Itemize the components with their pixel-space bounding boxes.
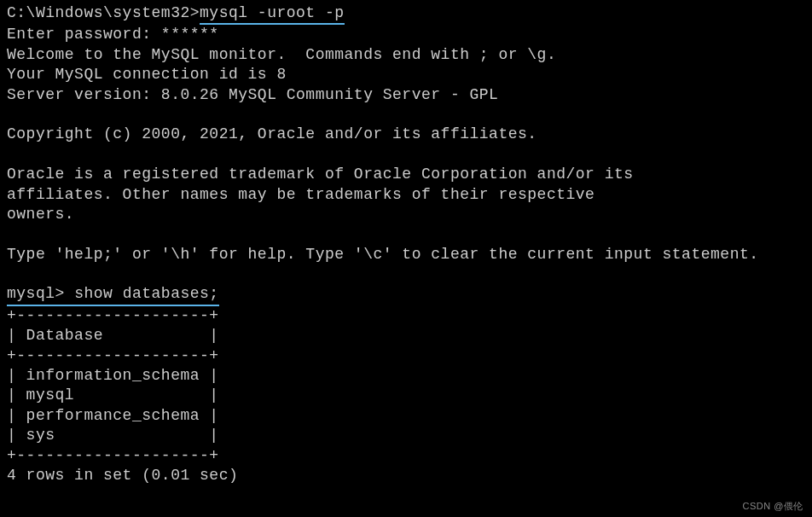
table-border-bottom: +--------------------+ [7, 446, 805, 466]
result-summary: 4 rows in set (0.01 sec) [7, 466, 805, 485]
trademark-line-1: Oracle is a registered trademark of Orac… [7, 165, 805, 184]
copyright-line: Copyright (c) 2000, 2021, Oracle and/or … [7, 125, 805, 144]
welcome-text-1: Welcome to the MySQL monitor. Commands e… [7, 45, 805, 65]
mysql-prompt-line: mysql> show databases; [7, 284, 805, 305]
watermark-text: CSDN @偎伦 [743, 500, 803, 512]
prompt-path: C:\Windows\system32> [7, 4, 200, 21]
table-row: | performance_schema | [7, 406, 805, 426]
enter-password-line: Enter password: ****** [7, 25, 805, 44]
help-line: Type 'help;' or '\h' for help. Type '\c'… [7, 245, 805, 264]
mysql-show-databases-command[interactable]: mysql> show databases; [7, 284, 219, 305]
blank-line [7, 224, 805, 244]
blank-line [7, 105, 805, 125]
blank-line [7, 264, 805, 284]
mysql-login-command[interactable]: mysql -uroot -p [200, 3, 345, 25]
table-row: | information_schema | [7, 366, 805, 386]
table-border-top: +--------------------+ [7, 306, 805, 326]
table-row: | sys | [7, 426, 805, 445]
show-databases-text: show databases; [74, 285, 219, 302]
blank-line [7, 145, 805, 165]
welcome-text-2: Your MySQL connection id is 8 [7, 65, 805, 84]
trademark-line-3: owners. [7, 205, 805, 224]
table-header-row: | Database | [7, 326, 805, 346]
table-border-mid: +--------------------+ [7, 346, 805, 366]
welcome-text-3: Server version: 8.0.26 MySQL Community S… [7, 85, 805, 105]
mysql-prompt: mysql> [7, 285, 74, 302]
trademark-line-2: affiliates. Other names may be trademark… [7, 185, 805, 205]
table-row: | mysql | [7, 386, 805, 405]
command-prompt-line: C:\Windows\system32>mysql -uroot -p [7, 3, 805, 25]
